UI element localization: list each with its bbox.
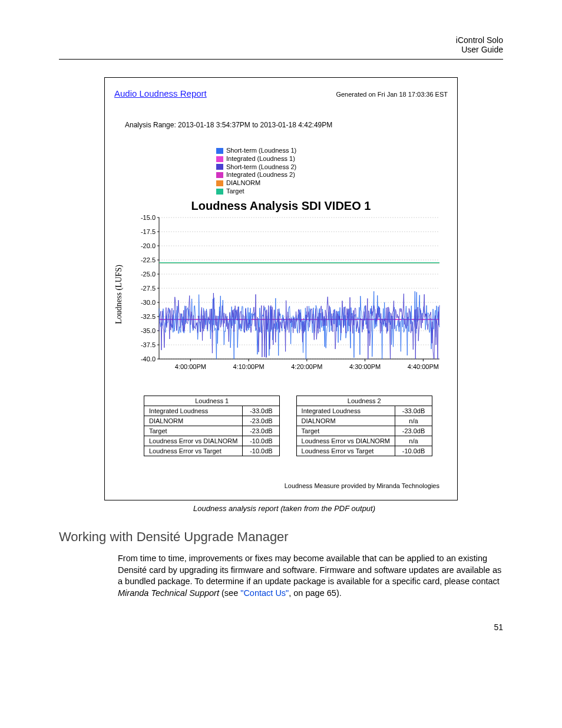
table-title: Loudness 2 bbox=[296, 396, 432, 406]
svg-text:-17.5: -17.5 bbox=[141, 228, 156, 235]
table-row: DIALNORM-23.0dB bbox=[144, 416, 280, 426]
y-axis-label: Loudness (LUFS) bbox=[114, 265, 124, 324]
swatch-icon bbox=[216, 180, 223, 186]
section-paragraph: From time to time, improvements or fixes… bbox=[118, 553, 503, 599]
legend-item: DIALNORM bbox=[216, 179, 346, 187]
table-row: Loudness Error vs DIALNORMn/a bbox=[296, 436, 432, 446]
legend: Short-term (Loudness 1) Integrated (Loud… bbox=[216, 147, 346, 196]
table-row: Integrated Loudness-33.0dB bbox=[296, 406, 432, 416]
table-row: Loudness Error vs Target-10.0dB bbox=[296, 446, 432, 456]
figure-footer: Loudness Measure provided by Miranda Tec… bbox=[114, 482, 439, 489]
svg-text:-30.0: -30.0 bbox=[141, 299, 156, 306]
legend-item: Short-term (Loudness 1) bbox=[216, 147, 346, 155]
table-row: Integrated Loudness-33.0dB bbox=[144, 406, 280, 416]
para-italic: Miranda Technical Support bbox=[118, 588, 219, 598]
svg-text:4:20:00PM: 4:20:00PM bbox=[291, 363, 322, 370]
svg-text:-15.0: -15.0 bbox=[141, 215, 156, 221]
report-title: Audio Loudness Report bbox=[114, 88, 207, 98]
header-rule bbox=[59, 59, 503, 60]
svg-text:4:00:00PM: 4:00:00PM bbox=[175, 363, 206, 370]
page-header: iControl Solo User Guide bbox=[59, 35, 503, 54]
page-number: 51 bbox=[59, 622, 503, 632]
para-text: , on page 65). bbox=[289, 588, 342, 598]
section-heading: Working with Densité Upgrade Manager bbox=[59, 529, 503, 545]
legend-label: DIALNORM bbox=[226, 179, 260, 187]
svg-text:4:40:00PM: 4:40:00PM bbox=[408, 363, 439, 370]
table-row: Loudness Error vs Target-10.0dB bbox=[144, 446, 280, 456]
swatch-icon bbox=[216, 164, 223, 170]
svg-text:-35.0: -35.0 bbox=[141, 327, 156, 334]
analysis-range: Analysis Range: 2013-01-18 3:54:37PM to … bbox=[125, 121, 448, 129]
chart-title: Loudness Analysis SDI VIDEO 1 bbox=[114, 199, 448, 213]
table-row: Loudness Error vs DIALNORM-10.0dB bbox=[144, 436, 280, 446]
chart-svg: -15.0-17.5-20.0-22.5-25.0-27.5-30.0-32.5… bbox=[126, 215, 444, 374]
legend-label: Short-term (Loudness 2) bbox=[226, 163, 296, 172]
svg-text:-20.0: -20.0 bbox=[141, 242, 156, 249]
swatch-icon bbox=[216, 156, 223, 162]
legend-item: Short-term (Loudness 2) bbox=[216, 163, 346, 172]
legend-item: Integrated (Loudness 2) bbox=[216, 171, 346, 179]
svg-text:-25.0: -25.0 bbox=[141, 271, 156, 278]
table-row: Target-23.0dB bbox=[296, 426, 432, 436]
swatch-icon bbox=[216, 189, 223, 195]
legend-item: Integrated (Loudness 1) bbox=[216, 155, 346, 163]
legend-label: Short-term (Loudness 1) bbox=[226, 147, 296, 155]
svg-text:-32.5: -32.5 bbox=[141, 313, 156, 320]
svg-text:-22.5: -22.5 bbox=[141, 256, 156, 263]
svg-text:4:10:00PM: 4:10:00PM bbox=[233, 363, 264, 370]
generated-date: Generated on Fri Jan 18 17:03:36 EST bbox=[336, 91, 448, 98]
swatch-icon bbox=[216, 172, 223, 178]
svg-text:-37.5: -37.5 bbox=[141, 341, 156, 348]
para-text: (see bbox=[219, 588, 240, 598]
legend-label: Target bbox=[226, 187, 244, 196]
legend-label: Integrated (Loudness 1) bbox=[226, 155, 295, 163]
chart: Loudness (LUFS) -15.0-17.5-20.0-22.5-25.… bbox=[114, 215, 448, 374]
svg-text:-40.0: -40.0 bbox=[141, 355, 156, 363]
loudness-table-2: Loudness 2 Integrated Loudness-33.0dB DI… bbox=[296, 396, 432, 456]
legend-label: Integrated (Loudness 2) bbox=[226, 171, 295, 179]
contact-us-link[interactable]: "Contact Us" bbox=[240, 588, 289, 598]
table-row: DIALNORMn/a bbox=[296, 416, 432, 426]
svg-text:-27.5: -27.5 bbox=[141, 285, 156, 292]
table-row: Target-23.0dB bbox=[144, 426, 280, 436]
header-doctype: User Guide bbox=[59, 45, 503, 54]
header-product: iControl Solo bbox=[59, 35, 503, 45]
swatch-icon bbox=[216, 148, 223, 154]
svg-text:4:30:00PM: 4:30:00PM bbox=[349, 363, 381, 370]
figure-caption: Loudness analysis report (taken from the… bbox=[193, 504, 503, 513]
para-text: From time to time, improvements or fixes… bbox=[118, 554, 501, 586]
table-title: Loudness 1 bbox=[144, 396, 280, 406]
legend-item: Target bbox=[216, 187, 346, 196]
loudness-table-1: Loudness 1 Integrated Loudness-33.0dB DI… bbox=[144, 396, 280, 456]
figure-frame: Audio Loudness Report Generated on Fri J… bbox=[104, 77, 458, 500]
